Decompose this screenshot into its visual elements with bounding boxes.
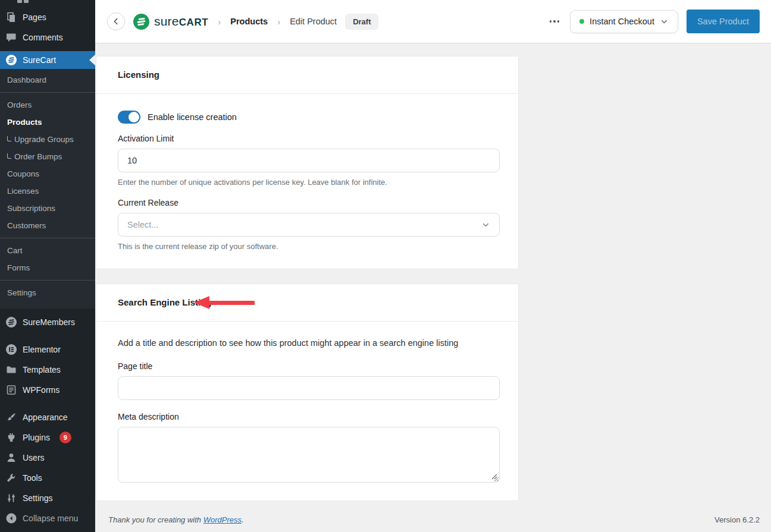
status-badge: Draft (345, 14, 378, 30)
seo-card: Search Engine Listing Add a title and de… (96, 284, 518, 500)
licensing-title: Licensing (118, 70, 159, 80)
sidebar-item-label: WPForms (23, 385, 59, 395)
meta-description-textarea[interactable] (118, 427, 500, 483)
suremembers-icon (5, 316, 17, 328)
submenu-item-upgrade-groups[interactable]: Upgrade Groups (0, 131, 95, 148)
licensing-card-header: Licensing (96, 56, 518, 94)
surecart-submenu: Dashboard Orders Products Upgrade Groups… (0, 69, 95, 309)
submenu-item-dashboard[interactable]: Dashboard (0, 71, 95, 89)
page-title-label: Page title (118, 361, 497, 371)
sidebar-item-label: Comments (23, 33, 63, 42)
breadcrumb-chevron: › (276, 17, 281, 27)
sidebar-item-elementor[interactable]: Elementor (0, 339, 95, 360)
meta-description-label: Meta description (118, 412, 497, 421)
seo-card-body: Add a title and description to see how t… (96, 322, 518, 500)
submenu-item-coupons[interactable]: Coupons (0, 165, 95, 182)
main-area: sureCART › Products › Edit Product Draft… (95, 0, 771, 532)
collapse-arrow-icon (5, 512, 17, 524)
divider (0, 92, 95, 93)
licensing-card: Licensing Enable license creation Activa… (96, 56, 518, 269)
current-release-select[interactable]: Select... (118, 213, 500, 237)
current-menu-arrow (89, 55, 95, 65)
sidebar-item-wpforms[interactable]: WPForms (0, 380, 95, 400)
activation-limit-help: Enter the number of unique activations p… (118, 178, 497, 187)
collapse-menu-button[interactable]: Collapse menu (0, 508, 95, 528)
sidebar-item-tools[interactable]: Tools (0, 468, 95, 488)
sidebar-item-label: Plugins (23, 433, 50, 442)
licensing-card-body: Enable license creation Activation Limit… (96, 94, 518, 269)
admin-sidebar: Pages Comments SureCart Dashboard Orders… (0, 0, 95, 532)
sidebar-item-label: Appearance (23, 413, 68, 422)
submenu-item-customers[interactable]: Customers (0, 217, 95, 234)
sidebar-item-pages[interactable]: Pages (0, 7, 95, 27)
save-product-button[interactable]: Save Product (687, 10, 760, 33)
admin-footer: Thank you for creating with WordPress. V… (95, 500, 771, 532)
breadcrumb-products[interactable]: Products (230, 17, 268, 26)
settings-sliders-icon (5, 492, 17, 504)
submenu-item-cart[interactable]: Cart (0, 242, 95, 259)
footer-thanks-text: Thank you for creating with WordPress. (108, 515, 244, 524)
child-item-icon (7, 136, 11, 141)
sidebar-item-users[interactable]: Users (0, 448, 95, 468)
plugins-update-badge: 9 (59, 432, 71, 443)
comments-icon (5, 32, 17, 43)
submenu-item-subscriptions[interactable]: Subscriptions (0, 200, 95, 217)
tools-icon (5, 472, 17, 484)
enable-license-toggle-row[interactable]: Enable license creation (118, 111, 497, 124)
breadcrumb-chevron: › (217, 17, 222, 27)
submenu-item-products[interactable]: Products (0, 114, 95, 131)
divider (0, 280, 95, 281)
sidebar-item-comments[interactable]: Comments (0, 27, 95, 48)
back-button[interactable] (107, 12, 125, 30)
toggle-label: Enable license creation (148, 112, 237, 122)
plugins-icon (5, 432, 17, 443)
sidebar-item-plugins[interactable]: Plugins 9 (0, 427, 95, 448)
sidebar-item-label: Settings (23, 493, 53, 503)
seo-description: Add a title and description to see how t… (118, 338, 497, 348)
version-text: Version 6.2.2 (714, 515, 760, 524)
users-icon (5, 452, 17, 464)
current-release-label: Current Release (118, 198, 497, 207)
sidebar-item-suremembers[interactable]: SureMembers (0, 312, 95, 332)
appearance-icon (5, 411, 17, 423)
surecart-icon (5, 54, 17, 66)
submenu-item-order-bumps[interactable]: Order Bumps (0, 148, 95, 165)
chevron-down-icon (660, 17, 669, 26)
sidebar-item-label: Pages (23, 12, 46, 22)
submenu-item-licenses[interactable]: Licenses (0, 182, 95, 200)
seo-card-header: Search Engine Listing (96, 284, 518, 322)
sidebar-item-label: Users (23, 453, 45, 462)
toggle-knob (128, 112, 139, 122)
page-title-input[interactable] (118, 376, 500, 400)
elementor-icon (5, 344, 17, 355)
sidebar-item-label: Tools (23, 473, 42, 483)
wordpress-link[interactable]: WordPress (203, 515, 242, 524)
sidebar-item-templates[interactable]: Templates (0, 360, 95, 380)
status-dot-icon (579, 19, 584, 24)
product-header-bar: sureCART › Products › Edit Product Draft… (95, 0, 771, 43)
child-item-icon (7, 153, 11, 159)
templates-icon (5, 364, 17, 376)
sidebar-item-label: SureCart (23, 55, 56, 65)
sidebar-item-label: Elementor (23, 345, 61, 354)
chevron-down-icon (481, 221, 490, 229)
submenu-item-orders[interactable]: Orders (0, 96, 95, 114)
wpforms-icon (5, 384, 17, 396)
current-release-help: This is the current release zip of your … (118, 242, 497, 251)
breadcrumb-edit-product: Edit Product (290, 17, 337, 26)
submenu-item-forms[interactable]: Forms (0, 259, 95, 276)
instant-checkout-dropdown[interactable]: Instant Checkout (570, 10, 678, 33)
more-menu-button[interactable] (547, 17, 562, 26)
divider (0, 238, 95, 238)
activation-limit-input[interactable] (118, 149, 500, 172)
sidebar-item-surecart[interactable]: SureCart (0, 51, 95, 69)
sidebar-item-appearance[interactable]: Appearance (0, 407, 95, 427)
submenu-item-settings[interactable]: Settings (0, 284, 95, 301)
license-toggle[interactable] (118, 111, 140, 124)
pages-icon (5, 11, 17, 23)
sidebar-item-settings[interactable]: Settings (0, 488, 95, 508)
instant-checkout-label: Instant Checkout (590, 17, 654, 26)
content-area: Licensing Enable license creation Activa… (95, 43, 771, 532)
surecart-logo-icon (133, 14, 149, 30)
media-icon-fragment (0, 0, 95, 7)
